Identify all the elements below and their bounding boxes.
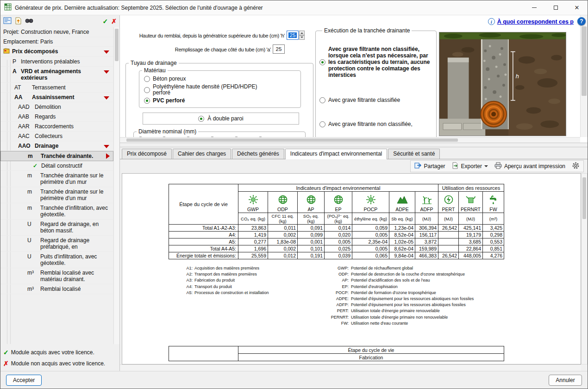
legend-abbr: AP: bbox=[295, 277, 351, 283]
legend-abbr: PERNRT: bbox=[295, 314, 351, 320]
column-unit: (MJ) bbox=[415, 213, 438, 225]
document-vscrollbar[interactable] bbox=[581, 173, 588, 364]
document-hscrollbar[interactable] bbox=[120, 364, 581, 371]
search-icon[interactable] bbox=[25, 18, 33, 25]
radio-icon[interactable] bbox=[319, 97, 325, 103]
value-cell: 0,091 bbox=[298, 225, 325, 232]
scrollbar-thumb[interactable] bbox=[582, 177, 586, 219]
cross-icon[interactable]: ✗ bbox=[111, 18, 117, 25]
tree-item[interactable]: AABRegards bbox=[0, 112, 113, 122]
legend-abbr bbox=[182, 314, 194, 320]
impact-table: Étape du cycle de vieIndicateurs d'impac… bbox=[169, 184, 504, 259]
settings-button[interactable] bbox=[572, 162, 580, 171]
legend-row: ADFP:Potentiel d'épuisement pour les res… bbox=[182, 302, 522, 308]
scrollbar-thumb[interactable] bbox=[115, 29, 119, 61]
tree-item[interactable]: AAODrainage bbox=[0, 141, 113, 151]
expanded-arrow-icon[interactable] bbox=[104, 70, 109, 74]
diameter-group-label: Diamètre nominal (mm) bbox=[137, 128, 198, 135]
tree-item[interactable]: AARRaccordements bbox=[0, 122, 113, 132]
tree-item-label: Raccordements bbox=[35, 123, 112, 130]
tree-item[interactable]: AVRD et aménagements extérieurs bbox=[0, 67, 113, 83]
scrollbar-thumb[interactable] bbox=[582, 26, 587, 96]
tree-root[interactable]: Prix décomposés bbox=[0, 47, 113, 57]
expanded-arrow-icon[interactable] bbox=[104, 96, 109, 100]
material-option[interactable]: Polyéthylène haute densité (PEHD/HDPE) p… bbox=[139, 83, 300, 97]
tree-item[interactable]: URegard de drainage, en béton massif. bbox=[0, 220, 113, 236]
tab-prix-decompose[interactable]: Prix décomposé bbox=[122, 149, 172, 159]
execution-option[interactable]: Avec grave filtrante non classifiée, lor… bbox=[319, 46, 432, 78]
maximize-button[interactable] bbox=[545, 0, 566, 15]
help-link[interactable]: À quoi correspondent ces p bbox=[497, 19, 574, 25]
help-button[interactable]: ? bbox=[577, 17, 586, 25]
tree-item[interactable]: URegard de drainage préfabriqué, en bbox=[0, 236, 113, 252]
material-option[interactable]: Béton poreux bbox=[139, 75, 300, 83]
radio-icon[interactable] bbox=[144, 98, 150, 104]
radio-icon[interactable] bbox=[319, 59, 325, 65]
tree-item[interactable]: m³Remblai localisé bbox=[0, 284, 113, 294]
legend-abbr: A2: bbox=[182, 271, 194, 277]
scrollbar-thumb[interactable] bbox=[126, 138, 458, 142]
execution-option[interactable]: Avec grave filtrante non classifiée, bbox=[319, 121, 432, 127]
execution-option[interactable]: Avec grave filtrante classifiée bbox=[319, 97, 432, 103]
tree-code: m³ bbox=[27, 286, 40, 292]
check-icon[interactable]: ✓ bbox=[103, 18, 108, 25]
tree-item[interactable]: PInterventions préalables bbox=[0, 57, 113, 67]
share-button[interactable]: Partager bbox=[414, 162, 445, 170]
double-wall-option[interactable]: À double paroi bbox=[143, 113, 299, 125]
options-icon[interactable] bbox=[3, 17, 12, 25]
value-cell: 26,542 bbox=[438, 225, 459, 232]
tree-item[interactable]: mTranchée d'infiltration, avec géotextil… bbox=[0, 203, 113, 220]
spin-down-icon[interactable] bbox=[299, 35, 305, 40]
sidebar: ✓ ✗ Projet: Construction neuve, France E… bbox=[0, 15, 120, 371]
height-spinner[interactable] bbox=[299, 31, 305, 40]
print-preview-button[interactable]: Aperçu avant impression bbox=[494, 162, 565, 170]
fill-input[interactable]: 25 bbox=[273, 44, 285, 54]
tree-item[interactable]: mTranchée drainante sur le périmètre d'u… bbox=[0, 171, 113, 187]
export-icon bbox=[452, 162, 459, 170]
tab-dechets-generes[interactable]: Déchets générés bbox=[232, 149, 284, 159]
height-input[interactable]: 25 bbox=[287, 31, 299, 40]
radio-icon[interactable] bbox=[144, 76, 150, 82]
column-abbr: ODP bbox=[269, 207, 296, 212]
execution-group-label: Exécution de la tranchée drainante bbox=[322, 27, 412, 34]
value-cell: 19,179 bbox=[459, 232, 483, 238]
radio-icon[interactable] bbox=[144, 87, 150, 93]
tree-item[interactable]: ✓Détail constructif bbox=[0, 161, 113, 171]
tree-item[interactable]: mTranchée drainante sur le périmètre d'u… bbox=[0, 187, 113, 203]
value-cell: 3,685 bbox=[459, 238, 483, 245]
value-cell bbox=[438, 238, 459, 245]
expanded-arrow-icon[interactable] bbox=[104, 145, 109, 148]
export-button[interactable]: Exporter bbox=[452, 162, 488, 170]
column-abbr: GWP bbox=[240, 207, 266, 212]
sidebar-scrollbar[interactable] bbox=[113, 27, 119, 344]
radio-icon[interactable] bbox=[319, 121, 325, 127]
column-header-ap: AP bbox=[298, 192, 325, 213]
tree-code: U bbox=[27, 253, 40, 260]
material-group: Matériau Béton poreux Polyéthylène haute… bbox=[139, 67, 301, 108]
row-label: Énergie totale et émissions: bbox=[169, 252, 238, 259]
tree-item[interactable]: AACCollecteurs bbox=[0, 132, 113, 141]
tree-item[interactable]: UPuits d'infiltration, avec géotextile. bbox=[0, 252, 113, 268]
tab-cahier-des-charges[interactable]: Cahier des charges bbox=[173, 149, 231, 159]
tab-indicateurs-impact[interactable]: Indicateurs d'impact environnemental bbox=[285, 149, 387, 159]
material-option[interactable]: PVC perforé bbox=[139, 97, 300, 105]
upload-icon[interactable] bbox=[15, 17, 22, 26]
tree-code: AAD bbox=[18, 104, 35, 110]
spin-up-icon[interactable] bbox=[299, 31, 305, 35]
tree-item[interactable]: AADDémolition bbox=[0, 102, 113, 112]
tree-item[interactable]: mTranchée drainante. bbox=[0, 151, 113, 161]
cancel-button[interactable]: Annuler bbox=[549, 375, 582, 386]
radio-icon[interactable] bbox=[198, 116, 204, 122]
tree-item[interactable]: ATTerrassement bbox=[0, 83, 113, 93]
tree-item[interactable]: AAAssainissement bbox=[0, 93, 113, 102]
tree-item-label: Remblai localisé bbox=[40, 286, 112, 292]
tab-securite-sante[interactable]: Sécurité et santé bbox=[388, 149, 440, 159]
options-vscrollbar[interactable] bbox=[580, 15, 588, 137]
tree-item[interactable]: m³Remblai localisé avec matériau drainan… bbox=[0, 268, 113, 284]
accept-button[interactable]: Accepter bbox=[6, 375, 42, 386]
legend-text bbox=[194, 308, 295, 314]
close-button[interactable]: ✕ bbox=[566, 0, 588, 15]
options-hscrollbar[interactable] bbox=[120, 137, 580, 143]
minimize-button[interactable] bbox=[524, 0, 545, 15]
expanded-arrow-icon[interactable] bbox=[104, 50, 109, 54]
